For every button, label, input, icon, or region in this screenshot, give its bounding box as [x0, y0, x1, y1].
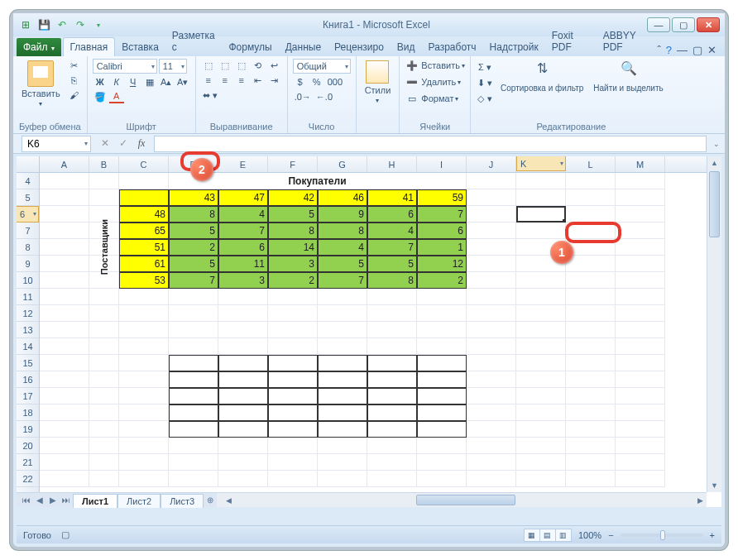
cell[interactable]: 47: [218, 189, 268, 206]
cell[interactable]: [516, 322, 566, 338]
cell[interactable]: 4: [318, 239, 367, 256]
row-header[interactable]: 19: [17, 421, 39, 438]
cell[interactable]: [566, 371, 616, 388]
cell[interactable]: [367, 388, 417, 404]
row-header[interactable]: 21: [17, 454, 39, 471]
cell[interactable]: 5: [318, 256, 367, 272]
tab-abbyy[interactable]: ABBYY PDF: [597, 26, 658, 56]
cell[interactable]: [40, 289, 89, 305]
row-header[interactable]: 15: [17, 355, 39, 371]
cell[interactable]: [89, 471, 119, 487]
tab-data[interactable]: Данные: [279, 38, 328, 56]
row-header[interactable]: 6: [17, 206, 39, 223]
column-header[interactable]: I: [417, 156, 467, 172]
currency-button[interactable]: $: [293, 75, 308, 89]
cell[interactable]: [417, 404, 467, 421]
doc-minimize-icon[interactable]: —: [677, 44, 688, 56]
autosum-button[interactable]: Σ ▾: [476, 60, 494, 74]
column-header[interactable]: D: [169, 156, 218, 172]
cells-area[interactable]: Покупатели434742464159Поставщики48845967…: [40, 173, 707, 492]
cell[interactable]: [40, 421, 89, 438]
cell[interactable]: 48: [119, 206, 169, 223]
cell[interactable]: [318, 471, 367, 487]
cell[interactable]: 46: [318, 189, 367, 206]
zoom-level[interactable]: 100%: [578, 530, 601, 540]
last-sheet-button[interactable]: ⏭: [60, 495, 73, 505]
cell[interactable]: [40, 438, 89, 454]
cell[interactable]: [367, 371, 417, 388]
cell[interactable]: [516, 189, 566, 206]
cell[interactable]: [616, 223, 665, 239]
cell[interactable]: [268, 404, 318, 421]
row-header[interactable]: 9: [17, 256, 39, 272]
cell[interactable]: [40, 206, 89, 223]
cell[interactable]: [119, 355, 169, 371]
horizontal-scrollbar[interactable]: ◀ ▶: [222, 493, 707, 507]
zoom-out-button[interactable]: −: [608, 530, 613, 540]
cell[interactable]: [119, 388, 169, 404]
cell[interactable]: [367, 305, 417, 322]
cell[interactable]: [566, 388, 616, 404]
cell[interactable]: [218, 338, 268, 355]
row-header[interactable]: 12: [17, 305, 39, 322]
scroll-right-icon[interactable]: ▶: [693, 493, 707, 507]
cell[interactable]: [169, 338, 218, 355]
align-center-button[interactable]: ≡: [218, 74, 232, 87]
cell[interactable]: 59: [417, 189, 467, 206]
styles-button[interactable]: Стили ▾: [362, 59, 395, 106]
cell[interactable]: [268, 305, 318, 322]
cell[interactable]: Покупатели: [169, 173, 467, 189]
cell[interactable]: [169, 404, 218, 421]
cell[interactable]: [169, 388, 218, 404]
cell[interactable]: [467, 272, 516, 289]
align-top-button[interactable]: ⬚: [201, 59, 216, 72]
cell[interactable]: [318, 355, 367, 371]
cell[interactable]: 6: [218, 239, 268, 256]
cell[interactable]: [566, 404, 616, 421]
cell[interactable]: [467, 388, 516, 404]
doc-close-icon[interactable]: ✕: [707, 44, 716, 56]
increase-decimal-button[interactable]: .0→: [293, 90, 313, 103]
cell[interactable]: [89, 322, 119, 338]
cell[interactable]: [89, 305, 119, 322]
cell[interactable]: [566, 189, 616, 206]
find-select-button[interactable]: 🔍 Найти и выделить: [590, 59, 666, 94]
cell[interactable]: [616, 438, 665, 454]
paste-button[interactable]: Вставить ▾: [18, 59, 64, 109]
border-button[interactable]: ▦: [142, 75, 157, 89]
cell[interactable]: [467, 305, 516, 322]
cell[interactable]: 8: [367, 272, 417, 289]
orientation-button[interactable]: ⟲: [251, 59, 266, 72]
row-header[interactable]: 13: [17, 322, 39, 338]
cell[interactable]: [40, 338, 89, 355]
cell[interactable]: [566, 421, 616, 438]
fill-button[interactable]: ⬇ ▾: [476, 76, 494, 89]
cell[interactable]: [417, 322, 467, 338]
cell[interactable]: 5: [169, 223, 218, 239]
cell[interactable]: 7: [169, 272, 218, 289]
cell[interactable]: [566, 289, 616, 305]
cell[interactable]: [516, 471, 566, 487]
cell[interactable]: [467, 404, 516, 421]
tab-layout[interactable]: Разметка с: [165, 26, 223, 56]
redo-icon[interactable]: ↷: [73, 17, 88, 32]
scroll-down-icon[interactable]: ▼: [707, 479, 721, 492]
page-layout-view-button[interactable]: ▤: [539, 529, 556, 542]
cell[interactable]: [169, 355, 218, 371]
tab-home[interactable]: Главная: [63, 37, 116, 56]
cell[interactable]: [119, 322, 169, 338]
qat-more-icon[interactable]: ▾: [91, 17, 106, 32]
clear-button[interactable]: ◇ ▾: [476, 92, 494, 105]
comma-button[interactable]: 000: [326, 75, 344, 89]
cell[interactable]: [516, 223, 566, 239]
cell[interactable]: 2: [169, 239, 218, 256]
help-icon[interactable]: ?: [666, 44, 672, 56]
cell[interactable]: [218, 388, 268, 404]
cell[interactable]: 2: [417, 272, 467, 289]
cell[interactable]: [218, 454, 268, 471]
cell[interactable]: [89, 421, 119, 438]
next-sheet-button[interactable]: ▶: [46, 495, 60, 505]
normal-view-button[interactable]: ▦: [524, 529, 540, 542]
row-header[interactable]: 11: [17, 289, 39, 305]
cell[interactable]: [467, 256, 516, 272]
